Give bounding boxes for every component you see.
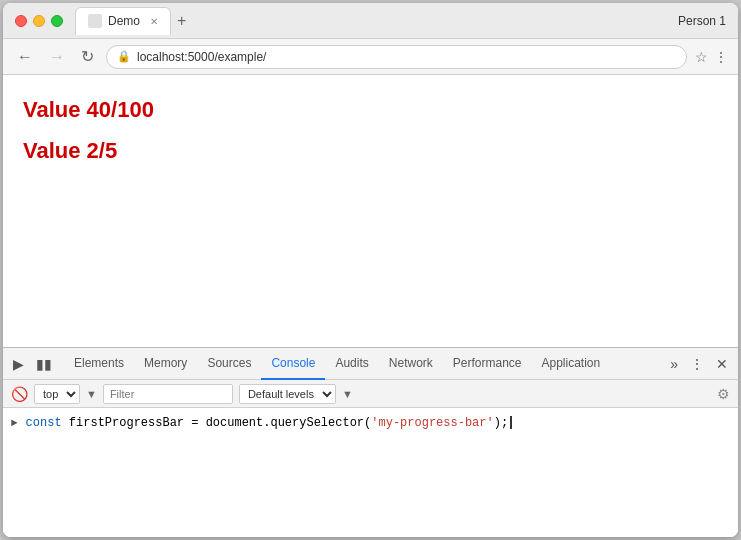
lock-icon: 🔒 bbox=[117, 50, 131, 63]
address-bar[interactable]: 🔒 localhost:5000/example/ bbox=[106, 45, 687, 69]
console-code[interactable]: const firstProgressBar = document.queryS… bbox=[26, 414, 513, 433]
minimize-button[interactable] bbox=[33, 15, 45, 27]
devtools-tabbar: ▶ ▮▮ Elements Memory Sources Console Aud… bbox=[3, 348, 738, 380]
browser-tab[interactable]: Demo ✕ bbox=[75, 7, 171, 35]
devtools-toolbar-left: ▶ ▮▮ bbox=[9, 354, 56, 374]
value2-text: Value 2/5 bbox=[23, 136, 718, 167]
settings-icon[interactable]: ⚙ bbox=[717, 386, 730, 402]
levels-selector[interactable]: Default levels bbox=[239, 384, 336, 404]
forward-button[interactable]: → bbox=[45, 46, 69, 68]
tab-memory[interactable]: Memory bbox=[134, 348, 197, 380]
devtools-tabs-right: » ⋮ ✕ bbox=[666, 354, 732, 374]
browser-window: Demo ✕ + Person 1 ← → ↻ 🔒 localhost:5000… bbox=[3, 3, 738, 537]
console-content: ► const firstProgressBar = document.quer… bbox=[3, 408, 738, 537]
back-button[interactable]: ← bbox=[13, 46, 37, 68]
clear-console-icon[interactable]: 🚫 bbox=[11, 386, 28, 402]
close-button[interactable] bbox=[15, 15, 27, 27]
tab-close-icon[interactable]: ✕ bbox=[150, 16, 158, 27]
close-devtools-button[interactable]: ✕ bbox=[712, 354, 732, 374]
new-tab-button[interactable]: + bbox=[177, 12, 186, 30]
tab-favicon bbox=[88, 14, 102, 28]
tab-sources[interactable]: Sources bbox=[197, 348, 261, 380]
maximize-button[interactable] bbox=[51, 15, 63, 27]
title-bar: Demo ✕ + Person 1 bbox=[3, 3, 738, 39]
nav-bar: ← → ↻ 🔒 localhost:5000/example/ ☆ ⋮ bbox=[3, 39, 738, 75]
value1-text: Value 40/100 bbox=[23, 95, 718, 126]
device-toolbar-button[interactable]: ▮▮ bbox=[32, 354, 56, 374]
levels-arrow-icon: ▼ bbox=[342, 388, 353, 400]
bookmark-button[interactable]: ☆ bbox=[695, 49, 708, 65]
context-selector[interactable]: top bbox=[34, 384, 80, 404]
tab-console[interactable]: Console bbox=[261, 348, 325, 380]
devtools-menu-button[interactable]: ⋮ bbox=[686, 354, 708, 374]
console-prompt-icon: ► bbox=[11, 415, 18, 433]
devtools-panel: ▶ ▮▮ Elements Memory Sources Console Aud… bbox=[3, 347, 738, 537]
traffic-lights bbox=[15, 15, 63, 27]
inspect-element-button[interactable]: ▶ bbox=[9, 354, 28, 374]
nav-right: ☆ ⋮ bbox=[695, 49, 728, 65]
tab-application[interactable]: Application bbox=[532, 348, 611, 380]
url-text: localhost:5000/example/ bbox=[137, 50, 266, 64]
user-label: Person 1 bbox=[678, 14, 726, 28]
context-arrow-icon: ▼ bbox=[86, 388, 97, 400]
page-content: Value 40/100 Value 2/5 bbox=[3, 75, 738, 347]
tab-audits[interactable]: Audits bbox=[325, 348, 378, 380]
cursor bbox=[510, 416, 512, 429]
tab-elements[interactable]: Elements bbox=[64, 348, 134, 380]
more-tabs-button[interactable]: » bbox=[666, 354, 682, 374]
refresh-button[interactable]: ↻ bbox=[77, 45, 98, 68]
tab-bar: Demo ✕ + bbox=[75, 7, 678, 35]
console-toolbar: 🚫 top ▼ Default levels ▼ ⚙ bbox=[3, 380, 738, 408]
filter-input[interactable] bbox=[103, 384, 233, 404]
menu-button[interactable]: ⋮ bbox=[714, 49, 728, 65]
tab-performance[interactable]: Performance bbox=[443, 348, 532, 380]
tab-title: Demo bbox=[108, 14, 140, 28]
tab-network[interactable]: Network bbox=[379, 348, 443, 380]
console-line: ► const firstProgressBar = document.quer… bbox=[3, 412, 738, 435]
